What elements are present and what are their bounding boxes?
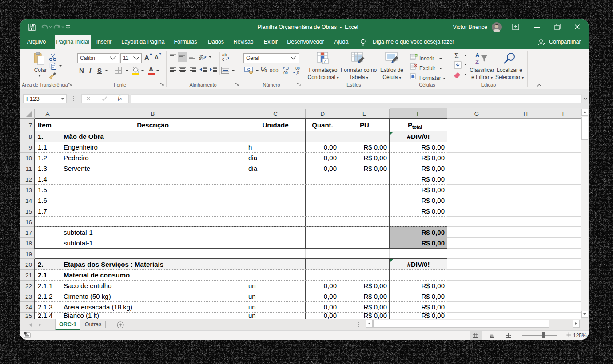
svg-text:Material de consumo: Material de consumo [64,271,130,279]
svg-text:20: 20 [25,261,32,268]
svg-text:1.1: 1.1 [38,143,47,151]
svg-text:un: un [248,303,256,311]
svg-text:2.1.3: 2.1.3 [38,303,52,311]
svg-text:2.1.1: 2.1.1 [38,282,52,289]
svg-text:R$ 0,00: R$ 0,00 [421,186,445,194]
svg-text:18: 18 [25,240,32,247]
svg-text:17: 17 [25,229,32,236]
svg-text:1.2: 1.2 [38,154,47,162]
svg-text:0,00: 0,00 [324,282,337,289]
svg-text:2.: 2. [38,261,44,268]
svg-text:8: 8 [28,134,32,140]
svg-text:un: un [248,293,256,300]
svg-text:≠: ≠ [324,59,326,64]
svg-text:Item: Item [38,121,52,129]
svg-text:F: F [417,111,420,117]
svg-text:R$ 0,00: R$ 0,00 [421,282,445,289]
svg-text:subtotal-1: subtotal-1 [64,239,93,247]
svg-text:Unidade: Unidade [262,121,288,129]
svg-text:0,00: 0,00 [324,154,337,162]
svg-text:1.5: 1.5 [38,186,47,194]
svg-text:Pedreiro: Pedreiro [64,154,89,162]
svg-text:1.3: 1.3 [38,165,47,172]
svg-text:7: 7 [28,122,32,129]
svg-text:22: 22 [25,283,32,289]
svg-text:R$ 0,00: R$ 0,00 [421,197,445,204]
svg-text:0,00: 0,00 [324,303,337,311]
svg-text:R$ 0,00: R$ 0,00 [363,282,387,289]
svg-text:R$ 0,00: R$ 0,00 [363,303,387,311]
svg-text:2.1.4: 2.1.4 [38,312,52,319]
svg-text:1.7: 1.7 [38,207,47,215]
svg-text:#DIV/0!: #DIV/0! [407,133,430,140]
svg-text:R$ 0,00: R$ 0,00 [363,143,387,151]
svg-text:Mão de Obra: Mão de Obra [64,133,104,140]
svg-text:#DIV/0!: #DIV/0! [407,261,430,268]
svg-text:R$ 0,00: R$ 0,00 [421,143,445,151]
svg-text:2.1.2: 2.1.2 [38,293,52,300]
svg-text:Servente: Servente [64,165,90,172]
svg-text:dia: dia [248,165,258,172]
svg-text:10: 10 [25,155,32,162]
svg-text:Engenheiro: Engenheiro [64,143,98,151]
svg-text:Etapas dos Serviços : Materiai: Etapas dos Serviços : Materiais [64,261,163,268]
svg-text:0,00: 0,00 [324,312,337,319]
svg-text:14: 14 [25,198,32,204]
svg-text:,00: ,00 [283,71,288,75]
svg-text:I: I [562,111,564,117]
svg-text:Quant.: Quant. [312,121,333,129]
svg-text:Descrição: Descrição [137,121,169,129]
svg-text:A: A [45,111,49,117]
svg-text:R$ 0,00: R$ 0,00 [421,154,445,162]
svg-text:R$ 0,00: R$ 0,00 [421,303,445,311]
svg-text:11: 11 [26,166,32,172]
svg-text:0,00: 0,00 [324,143,337,151]
svg-text:C: C [273,111,278,117]
svg-text:h: h [248,143,252,151]
svg-text:Bianco (1 lt): Bianco (1 lt) [64,312,99,319]
svg-text:,0: ,0 [286,66,289,71]
svg-text:R$ 0,00: R$ 0,00 [363,154,387,162]
svg-text:,0: ,0 [296,71,299,75]
svg-text:12: 12 [25,176,32,183]
svg-text:1.: 1. [38,133,44,140]
svg-text:R$ 0,00: R$ 0,00 [421,312,445,319]
svg-text:ab: ab [199,53,204,61]
svg-text:13: 13 [25,187,32,194]
svg-text:H: H [523,111,528,117]
svg-text:R$ 0,00: R$ 0,00 [421,207,445,215]
svg-text:24: 24 [25,304,32,311]
svg-text:R$ 0,00: R$ 0,00 [363,312,387,319]
svg-text:16: 16 [25,219,32,226]
svg-text:R$ 0,00: R$ 0,00 [421,239,445,247]
svg-text:dia: dia [248,154,258,162]
svg-text:R$ 0,00: R$ 0,00 [421,229,445,236]
svg-text:A: A [475,52,480,59]
svg-text:un: un [248,282,256,289]
svg-text:2.1: 2.1 [38,271,47,279]
svg-text:c: c [222,57,224,61]
svg-text:1.6: 1.6 [38,197,47,204]
svg-text:Z: Z [475,59,479,65]
svg-text:Areia ensacada (18 kg): Areia ensacada (18 kg) [64,303,132,311]
svg-text:23: 23 [25,293,32,300]
svg-text:R$ 0,00: R$ 0,00 [363,165,387,172]
svg-text:R$ 0,00: R$ 0,00 [421,175,445,183]
svg-text:R$ 0,00: R$ 0,00 [421,293,445,300]
svg-text:0,00: 0,00 [324,293,337,300]
svg-text:B: B [151,111,155,117]
svg-text:R$ 0,00: R$ 0,00 [421,165,445,172]
svg-text:PU: PU [360,121,369,129]
svg-text:15: 15 [25,208,32,215]
svg-text:25: 25 [25,313,32,319]
svg-text:Saco de entulho: Saco de entulho [64,282,111,289]
svg-text:0,00: 0,00 [324,165,337,172]
svg-text:,00: ,00 [295,66,300,71]
svg-text:D: D [320,111,325,117]
svg-text:19: 19 [25,251,32,257]
svg-text:E: E [362,111,366,117]
svg-text:1.4: 1.4 [38,175,47,183]
svg-text:Cimento (50 kg): Cimento (50 kg) [64,293,111,300]
svg-text:9: 9 [28,144,32,151]
svg-text:un: un [248,312,256,319]
